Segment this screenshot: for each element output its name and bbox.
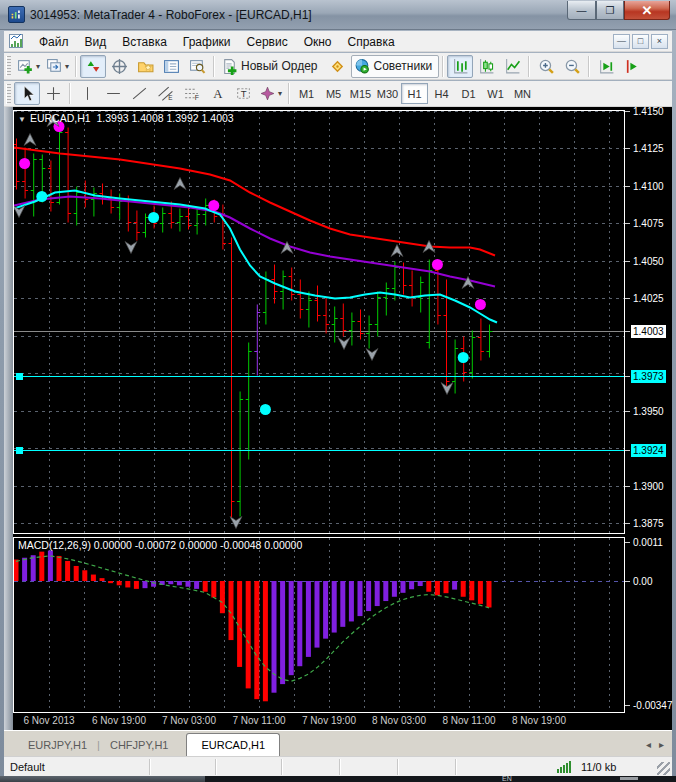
- time-label: 7 Nov 03:00: [162, 715, 216, 726]
- svg-text:F: F: [194, 94, 198, 101]
- taskbar-app-button[interactable]: [0, 776, 205, 782]
- vertical-line-icon: [79, 85, 96, 102]
- equidistant-channel-button[interactable]: E: [152, 82, 178, 105]
- toolbar-separator: [528, 56, 530, 77]
- tab-scroll-left-icon[interactable]: ◂: [646, 739, 651, 750]
- menu-Графики[interactable]: Графики: [175, 33, 239, 51]
- tab-EURJPYH1[interactable]: EURJPY,H1: [18, 735, 97, 756]
- bars-chart-icon: [452, 58, 469, 75]
- status-cell: [216, 759, 282, 775]
- price-axis[interactable]: 1.41501.41251.41001.40751.40501.40251.40…: [625, 107, 672, 713]
- taskbar-clock: [620, 777, 638, 780]
- price-chart-panel[interactable]: ▼EURCAD,H1 1.3993 1.4008 1.3992 1.4003: [13, 110, 625, 534]
- navigator-button[interactable]: [132, 55, 158, 78]
- toolbar-separator: [213, 56, 215, 77]
- tab-scroll: ◂▸: [646, 739, 672, 756]
- line-chart-button[interactable]: [499, 55, 525, 78]
- status-cell: [340, 759, 398, 775]
- cursor-button[interactable]: [14, 82, 40, 105]
- close-button[interactable]: ✕: [624, 1, 670, 20]
- trendline-icon: [131, 85, 148, 102]
- toolbar-grip[interactable]: [6, 56, 11, 76]
- auto-scroll-button[interactable]: [593, 55, 619, 78]
- zoom-in-button[interactable]: [533, 55, 559, 78]
- hline-handle: [16, 447, 23, 454]
- hline-price-label: 1.3973: [631, 370, 666, 383]
- horizontal-line-button[interactable]: [100, 82, 126, 105]
- experts-button[interactable]: Советники: [351, 55, 440, 78]
- minimize-button[interactable]: —: [567, 1, 596, 20]
- text-label-button[interactable]: T: [230, 82, 256, 105]
- menu-Справка[interactable]: Справка: [340, 33, 403, 51]
- timeframe-H1[interactable]: H1: [401, 83, 428, 104]
- menu-Вставка[interactable]: Вставка: [114, 33, 175, 51]
- timeframe-MN[interactable]: MN: [509, 83, 536, 104]
- status-cell: [398, 759, 456, 775]
- metaeditor-button[interactable]: [325, 55, 351, 78]
- mdi-close-button[interactable]: ×: [651, 34, 668, 49]
- timeframe-D1[interactable]: D1: [455, 83, 482, 104]
- vertical-line-button[interactable]: [74, 82, 100, 105]
- chart-shift-icon: [624, 58, 641, 75]
- crosshair-tool-button[interactable]: [40, 82, 66, 105]
- new-chart-button[interactable]: ▾: [14, 55, 43, 78]
- macd-axis-label: -0.00347: [631, 699, 674, 712]
- price-tick: [625, 148, 630, 149]
- data-window-button[interactable]: [106, 55, 132, 78]
- macd-axis-label: 0.00: [631, 575, 654, 588]
- strategy-tester-button[interactable]: [184, 55, 210, 78]
- resize-grip[interactable]: [657, 762, 670, 775]
- tab-CHFJPYH1[interactable]: CHFJPY,H1: [100, 735, 178, 756]
- zoom-in-icon: [538, 58, 555, 75]
- tab-scroll-right-icon[interactable]: ▸: [659, 739, 664, 750]
- arrows-tool-button[interactable]: ▾: [256, 82, 285, 105]
- mdi-minimize-button[interactable]: —: [613, 34, 630, 49]
- terminal-button[interactable]: [158, 55, 184, 78]
- candle-chart-button[interactable]: [473, 55, 499, 78]
- menu-Файл[interactable]: Файл: [31, 33, 77, 51]
- timeframe-M15[interactable]: M15: [347, 83, 374, 104]
- toolbar-main: ▾▾Новый ОрдерСоветники: [4, 53, 672, 80]
- hline-handle: [16, 373, 23, 380]
- macd-tick: [625, 705, 630, 706]
- menu-Сервис[interactable]: Сервис: [239, 33, 296, 51]
- price-tick: [625, 450, 630, 451]
- profiles-button[interactable]: ▾: [43, 55, 72, 78]
- menu-Окно[interactable]: Окно: [296, 33, 340, 51]
- time-axis[interactable]: 6 Nov 20136 Nov 19:007 Nov 03:007 Nov 11…: [4, 713, 672, 730]
- experts-icon: [354, 58, 371, 75]
- mdi-restore-button[interactable]: □: [632, 34, 649, 49]
- timeframe-W1[interactable]: W1: [482, 83, 509, 104]
- zoom-out-button[interactable]: [559, 55, 585, 78]
- maximize-button[interactable]: ❐: [596, 1, 624, 20]
- trendline-button[interactable]: [126, 82, 152, 105]
- profile-label[interactable]: Default: [4, 759, 150, 775]
- candle-chart-icon: [478, 58, 495, 75]
- chart-shift-button[interactable]: [619, 55, 645, 78]
- toolbar-grip[interactable]: [6, 84, 11, 104]
- new-order-button[interactable]: Новый Ордер: [218, 55, 324, 78]
- price-label: 1.4050: [631, 255, 666, 268]
- macd-axis-label: 0.0011: [631, 536, 665, 549]
- fibonacci-button[interactable]: F: [178, 82, 204, 105]
- toolbar-separator: [588, 56, 590, 77]
- bars-chart-button[interactable]: [447, 55, 473, 78]
- text-button[interactable]: A: [204, 82, 230, 105]
- tab-EURCADH1[interactable]: EURCAD,H1: [186, 733, 280, 757]
- svg-text:E: E: [168, 94, 172, 101]
- time-label: 6 Nov 19:00: [92, 715, 146, 726]
- timeframe-H4[interactable]: H4: [428, 83, 455, 104]
- metaeditor-icon: [329, 58, 346, 75]
- price-tick: [625, 111, 630, 112]
- timeframe-M5[interactable]: M5: [320, 83, 347, 104]
- macd-indicator-panel[interactable]: MACD(12,26,9) 0.00000 -0.00072 0.00000 -…: [13, 537, 625, 713]
- chart-window-icon[interactable]: [8, 33, 25, 49]
- timeframe-M30[interactable]: M30: [374, 83, 401, 104]
- toolbar-separator: [288, 83, 290, 104]
- timeframe-M1[interactable]: M1: [293, 83, 320, 104]
- menu-Вид[interactable]: Вид: [77, 33, 115, 51]
- svg-text:A: A: [213, 87, 223, 101]
- price-label: 1.4100: [631, 180, 666, 193]
- collapse-triangle-icon[interactable]: ▼: [18, 115, 26, 124]
- market-watch-button[interactable]: [80, 55, 106, 78]
